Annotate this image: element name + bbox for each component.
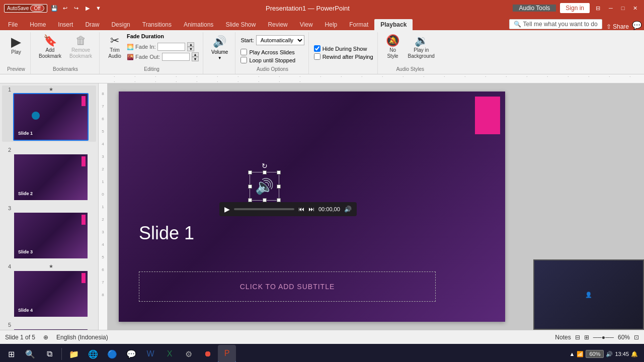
- tab-file[interactable]: File: [2, 19, 24, 30]
- tab-slideshow[interactable]: Slide Show: [219, 19, 262, 30]
- audio-skip-next-button[interactable]: ⏭: [308, 206, 314, 213]
- fade-in-spinner[interactable]: ▲ ▼: [187, 42, 194, 51]
- taskbar-record[interactable]: ⏺: [199, 345, 217, 362]
- notes-button[interactable]: Notes: [555, 334, 571, 341]
- present-icon[interactable]: ▶: [84, 4, 92, 12]
- handle-tr[interactable]: [277, 170, 281, 174]
- ribbon-toggle-icon[interactable]: ⊟: [594, 4, 602, 12]
- taskbar-task-view[interactable]: ⧉: [40, 345, 58, 362]
- normal-view-icon[interactable]: ⊟: [575, 334, 580, 341]
- sign-in-button[interactable]: Sign in: [560, 3, 590, 13]
- trim-audio-button[interactable]: ✂ TrimAudio: [105, 33, 125, 61]
- volume-button[interactable]: 🔊 Volume ▼: [208, 33, 231, 62]
- fit-slide-icon[interactable]: ⊕: [43, 334, 48, 341]
- add-bookmark-button[interactable]: 🔖 AddBookmark: [36, 33, 64, 61]
- handle-bl[interactable]: [248, 198, 252, 202]
- taskbar-file-explorer[interactable]: 📁: [65, 345, 83, 362]
- taskbar-chrome[interactable]: 🔵: [103, 345, 121, 362]
- taskbar-excel[interactable]: X: [160, 345, 179, 362]
- audio-play-button[interactable]: ▶: [224, 205, 230, 213]
- zoom-slider[interactable]: ──●──: [593, 334, 614, 341]
- more-icon[interactable]: ▼: [95, 4, 103, 12]
- remove-bookmark-button[interactable]: 🗑 RemoveBookmark: [66, 33, 95, 61]
- handle-tc[interactable]: [263, 170, 267, 174]
- audio-skip-prev-button[interactable]: ⏮: [298, 206, 304, 213]
- audio-volume-button[interactable]: 🔊: [344, 206, 352, 213]
- taskbar-powerpoint[interactable]: P: [218, 345, 236, 362]
- tab-format[interactable]: Format: [343, 19, 374, 30]
- audio-control-area[interactable]: ↻ 🔊: [250, 162, 279, 201]
- autosave-toggle[interactable]: Off: [30, 5, 44, 12]
- start-button[interactable]: ⊞: [2, 345, 20, 362]
- tab-insert[interactable]: Insert: [52, 19, 79, 30]
- slide-thumb-5[interactable]: Slide 5: [13, 328, 89, 330]
- slide-thumb-3[interactable]: Slide 3: [13, 212, 89, 259]
- close-button[interactable]: ✕: [630, 3, 640, 13]
- slide-sorter-icon[interactable]: ⊞: [584, 334, 589, 341]
- start-select[interactable]: Automatically On Click: [256, 35, 304, 45]
- audio-rotate-handle[interactable]: ↻: [250, 162, 279, 170]
- taskbar-edge[interactable]: 🌐: [84, 345, 102, 362]
- tab-transitions[interactable]: Transitions: [136, 19, 178, 30]
- audio-selection-box[interactable]: 🔊: [250, 172, 279, 201]
- tab-design[interactable]: Design: [105, 19, 136, 30]
- rewind-checkbox[interactable]: [314, 53, 320, 60]
- slide-title[interactable]: Slide 1: [139, 223, 194, 244]
- slide-thumb-4[interactable]: Slide 4: [13, 270, 89, 318]
- slide-item-4[interactable]: 4 ★ Slide 4: [2, 262, 96, 319]
- tab-draw[interactable]: Draw: [79, 19, 105, 30]
- tab-home[interactable]: Home: [24, 19, 52, 30]
- maximize-button[interactable]: □: [618, 3, 628, 13]
- audio-progress-bar[interactable]: [234, 208, 294, 210]
- taskbar-whatsapp[interactable]: 💬: [122, 345, 140, 362]
- slide-thumb-1[interactable]: Slide 1: [13, 93, 89, 141]
- taskbar-search[interactable]: 🔍: [21, 345, 39, 362]
- comment-button[interactable]: 💬: [632, 21, 642, 30]
- fit-window-icon[interactable]: ⊡: [634, 334, 639, 341]
- taskbar-up-arrow[interactable]: ▲: [570, 351, 575, 357]
- fade-out-down[interactable]: ▼: [192, 57, 199, 61]
- slide-item-3[interactable]: 3 ★ Slide 3: [2, 204, 96, 260]
- handle-br[interactable]: [277, 198, 281, 202]
- fade-in-input[interactable]: 00,00: [157, 43, 185, 51]
- taskbar-word[interactable]: W: [141, 345, 159, 362]
- fade-in-up[interactable]: ▲: [187, 42, 194, 47]
- slide-canvas[interactable]: ↻ 🔊 ▶: [119, 92, 505, 322]
- slide-item-5[interactable]: 5 ★ Slide 5: [2, 321, 96, 330]
- fade-out-up[interactable]: ▲: [192, 52, 199, 57]
- subtitle-box[interactable]: CLICK TO ADD SUBTITLE: [139, 272, 436, 302]
- tab-help[interactable]: Help: [319, 19, 344, 30]
- play-button[interactable]: ▶ Play: [6, 33, 26, 57]
- tab-review[interactable]: Review: [262, 19, 293, 30]
- tab-animations[interactable]: Animations: [178, 19, 219, 30]
- fade-out-input[interactable]: 00,00: [162, 53, 190, 61]
- slide-item-1[interactable]: 1 ★ Slide 1: [2, 85, 96, 142]
- loop-checkbox[interactable]: [240, 57, 247, 63]
- tab-view[interactable]: View: [294, 19, 319, 30]
- play-background-button[interactable]: 🔉 Play inBackground: [405, 33, 438, 61]
- redo-icon[interactable]: ↪: [72, 4, 80, 12]
- taskbar-network-icon[interactable]: 📶: [577, 351, 584, 357]
- subtitle-placeholder[interactable]: CLICK TO ADD SUBTITLE: [240, 283, 335, 291]
- handle-rc[interactable]: [277, 185, 281, 189]
- handle-lc[interactable]: [248, 185, 252, 189]
- minimize-button[interactable]: ─: [606, 3, 616, 13]
- handle-bc[interactable]: [263, 198, 267, 202]
- taskbar-settings[interactable]: ⚙: [180, 345, 198, 362]
- notification-icon[interactable]: 🔔: [631, 351, 638, 357]
- handle-tl[interactable]: [248, 170, 252, 174]
- share-button[interactable]: ⇧ Share: [606, 23, 629, 30]
- fade-out-spinner[interactable]: ▲ ▼: [192, 52, 199, 61]
- hide-checkbox[interactable]: [314, 45, 320, 52]
- slide-item-2[interactable]: 2 ★ Slide 2: [2, 146, 96, 202]
- search-box[interactable]: 🔍 Tell me what you want to do: [509, 19, 602, 29]
- fade-in-down[interactable]: ▼: [187, 47, 194, 51]
- tab-playback[interactable]: Playback: [374, 19, 413, 30]
- slide-thumb-2[interactable]: Slide 2: [13, 153, 89, 201]
- undo-icon[interactable]: ↩: [61, 4, 69, 12]
- no-style-button[interactable]: 🔕 NoStyle: [383, 33, 403, 61]
- save-icon[interactable]: 💾: [50, 4, 58, 12]
- play-across-checkbox[interactable]: [240, 49, 247, 55]
- autosave-badge[interactable]: AutoSave Off: [4, 4, 47, 13]
- taskbar-volume-icon[interactable]: 🔊: [606, 351, 613, 357]
